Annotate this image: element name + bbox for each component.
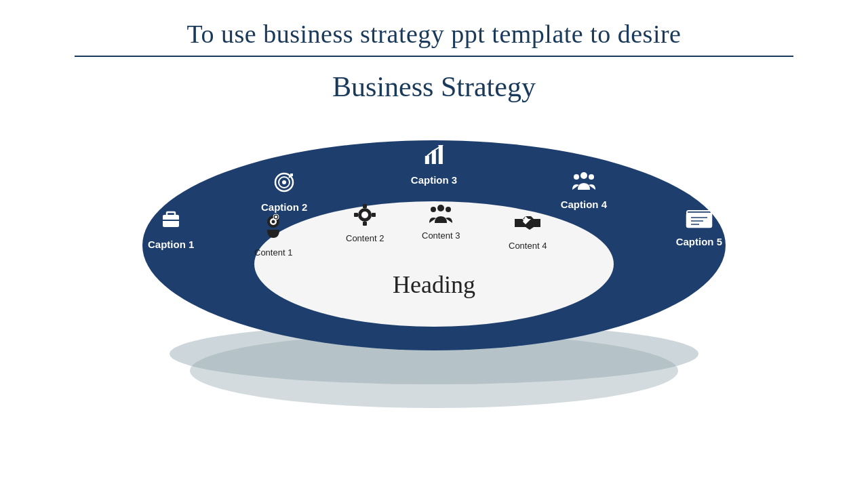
svg-point-33 xyxy=(446,207,451,212)
caption-3: Caption 3 xyxy=(411,144,457,186)
briefcase-icon xyxy=(159,207,183,236)
content-4-label: Content 4 xyxy=(509,241,547,251)
svg-point-31 xyxy=(437,205,444,211)
caption-5: Caption 5 xyxy=(676,209,722,247)
chart-icon xyxy=(422,144,446,171)
caption-1-label: Caption 1 xyxy=(148,239,194,250)
money-icon xyxy=(686,209,713,233)
caption-4: Caption 4 xyxy=(561,171,607,210)
svg-point-22 xyxy=(272,220,275,224)
content-1: Content 1 xyxy=(254,214,292,258)
slide: To use business strategy ppt template to… xyxy=(0,0,868,488)
caption-5-label: Caption 5 xyxy=(676,236,722,247)
caption-1: Caption 1 xyxy=(148,207,194,250)
svg-rect-30 xyxy=(372,213,376,217)
svg-rect-29 xyxy=(354,213,358,217)
content-2: Content 2 xyxy=(346,203,384,243)
svg-rect-8 xyxy=(432,150,436,164)
content-1-label: Content 1 xyxy=(254,247,292,258)
people-icon xyxy=(428,203,454,228)
svg-point-12 xyxy=(574,174,579,180)
title-divider xyxy=(75,56,793,57)
svg-rect-1 xyxy=(167,212,175,216)
content-4: Content 4 xyxy=(509,214,547,251)
svg-point-24 xyxy=(275,216,277,218)
svg-point-11 xyxy=(580,172,587,179)
content-3-label: Content 3 xyxy=(422,230,460,241)
caption-2: Caption 2 xyxy=(261,171,307,213)
caption-4-label: Caption 4 xyxy=(561,199,607,210)
page-title: To use business strategy ppt template to… xyxy=(0,19,868,49)
diagram-container: Heading Caption 1 xyxy=(129,103,739,401)
svg-rect-28 xyxy=(363,222,367,226)
content-2-label: Content 2 xyxy=(346,233,384,243)
caption-3-label: Caption 3 xyxy=(411,174,457,186)
heading-text: Heading xyxy=(393,270,475,299)
handshake-icon xyxy=(513,214,542,239)
svg-point-32 xyxy=(431,207,436,212)
team-icon xyxy=(571,171,597,196)
subtitle: Business Strategy xyxy=(332,70,536,103)
content-3: Content 3 xyxy=(422,203,460,241)
target-icon xyxy=(273,171,296,199)
svg-rect-27 xyxy=(363,204,367,208)
head-gear-icon xyxy=(261,214,285,245)
svg-rect-16 xyxy=(687,214,711,227)
svg-point-26 xyxy=(361,211,368,218)
svg-point-5 xyxy=(282,180,286,184)
svg-rect-7 xyxy=(425,156,429,164)
caption-2-label: Caption 2 xyxy=(261,201,307,213)
svg-point-13 xyxy=(589,174,594,180)
title-section: To use business strategy ppt template to… xyxy=(0,0,868,57)
gear-icon xyxy=(353,203,376,231)
